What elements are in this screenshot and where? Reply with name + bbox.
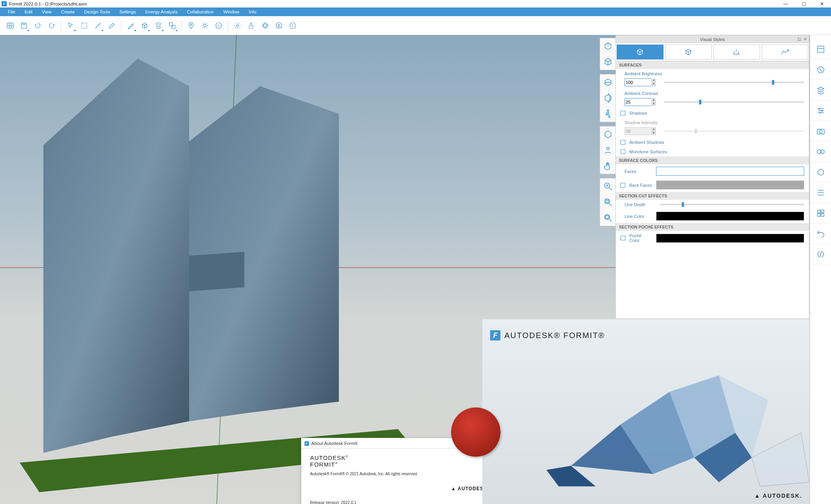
primitive-button[interactable]	[138, 19, 151, 33]
minimize-button[interactable]: —	[777, 0, 795, 7]
hand-button[interactable]	[600, 158, 616, 174]
close-button[interactable]: ✕	[813, 0, 831, 7]
ambient-brightness-slider[interactable]	[664, 82, 804, 83]
groups-button[interactable]	[166, 19, 178, 33]
walk-button[interactable]	[600, 106, 616, 122]
menu-info[interactable]: Info	[244, 8, 261, 15]
settings-button[interactable]	[231, 19, 244, 33]
svg-line-41	[609, 203, 612, 206]
rail-materials-icon[interactable]	[810, 60, 831, 80]
poche-checkbox[interactable]	[621, 236, 625, 240]
info-button[interactable]	[286, 19, 299, 33]
zoom-button[interactable]	[600, 179, 616, 194]
close-panel-icon[interactable]: ✕	[803, 37, 807, 42]
panel-header[interactable]: Visual Styles ⊡ ✕	[616, 35, 809, 43]
rail-scenes-icon[interactable]	[810, 100, 831, 121]
save-button[interactable]	[18, 19, 30, 33]
menu-collaboration[interactable]: Collaboration	[182, 8, 219, 15]
menu-settings[interactable]: Settings	[115, 8, 141, 15]
menu-file[interactable]: File	[3, 8, 20, 15]
undo-button[interactable]	[32, 19, 44, 33]
orbit-button[interactable]	[600, 74, 616, 90]
svg-point-54	[820, 112, 821, 113]
maximize-button[interactable]: ▢	[795, 0, 813, 7]
tab-diagnostics[interactable]	[762, 45, 809, 60]
svg-rect-65	[821, 214, 824, 216]
svg-point-35	[607, 147, 610, 150]
faces-color-swatch[interactable]	[656, 167, 804, 176]
gallery-button[interactable]	[4, 19, 16, 33]
viewport[interactable]: Visual Styles ⊡ ✕ SURFACES Ambient Brigh…	[0, 35, 831, 504]
rail-plugins-icon[interactable]	[810, 244, 831, 264]
menu-design-tools[interactable]: Design Tools	[80, 8, 115, 15]
svg-point-20	[236, 24, 238, 26]
rail-group-tree-icon[interactable]	[810, 162, 831, 182]
view-top-button[interactable]	[600, 38, 616, 54]
tab-edges[interactable]	[665, 45, 712, 60]
measure-button[interactable]	[92, 19, 104, 33]
window-title: FormIt 2022.0.1 - D:/Projects/sdht.axm	[9, 2, 87, 6]
section-surface-colors-header: SURFACE COLORS	[616, 156, 809, 164]
building-model	[43, 59, 339, 453]
monotone-checkbox[interactable]	[621, 149, 625, 154]
menu-view[interactable]: View	[37, 8, 56, 15]
shadows-label: Shadows	[629, 111, 647, 115]
line-color-swatch[interactable]	[656, 212, 804, 221]
ambient-contrast-label: Ambient Contrast	[625, 91, 804, 96]
splash-screen: F AUTODESK® FORMIT® ▲ AUTODESK.	[482, 319, 809, 504]
advanced-button[interactable]	[152, 19, 164, 33]
look-button[interactable]	[600, 142, 616, 158]
touch-button[interactable]	[245, 19, 257, 33]
zoom-all-button[interactable]	[600, 194, 616, 210]
zoom-selection-button[interactable]	[600, 210, 616, 226]
rail-camera-icon[interactable]	[810, 121, 831, 141]
lasso-button[interactable]	[78, 19, 90, 33]
view-tools	[600, 38, 616, 226]
sketch-button[interactable]	[125, 19, 137, 33]
shadows-checkbox[interactable]	[621, 111, 625, 115]
paint-button[interactable]	[106, 19, 118, 33]
line-depth-slider[interactable]	[660, 204, 804, 205]
visual-styles-panel: Visual Styles ⊡ ✕ SURFACES Ambient Brigh…	[615, 35, 809, 319]
sun-button[interactable]	[199, 19, 211, 33]
svg-point-56	[819, 130, 822, 133]
svg-rect-62	[818, 210, 820, 213]
menu-edit[interactable]: Edit	[20, 8, 37, 15]
rail-layers-icon[interactable]	[810, 80, 831, 100]
autodesk-button[interactable]	[273, 19, 285, 33]
menu-create[interactable]: Create	[56, 8, 80, 15]
svg-rect-64	[818, 214, 820, 216]
menu-window[interactable]: Window	[218, 8, 244, 15]
back-faces-checkbox[interactable]	[621, 183, 625, 188]
rail-visual-styles-icon[interactable]	[810, 141, 831, 162]
line-depth-label: Line Depth	[625, 202, 652, 207]
splash-autodesk-logo: ▲ AUTODESK.	[755, 493, 802, 499]
panel-title: Visual Styles	[700, 37, 725, 42]
view-3d-button[interactable]	[600, 54, 616, 70]
rail-undo-manager-icon[interactable]	[810, 223, 831, 244]
ambient-shadows-checkbox[interactable]	[621, 140, 625, 145]
svg-line-14	[203, 23, 203, 24]
pan-button[interactable]	[600, 126, 616, 142]
tab-surfaces[interactable]	[617, 45, 664, 60]
toolbar: 10:1	[0, 16, 831, 35]
ambient-shadows-label: Ambient Shadows	[629, 140, 664, 145]
swivel-button[interactable]	[600, 90, 616, 106]
poche-color-swatch[interactable]	[656, 234, 804, 243]
collaboration-button[interactable]	[259, 19, 271, 33]
location-button[interactable]	[185, 19, 197, 33]
pin-icon[interactable]: ⊡	[798, 37, 801, 42]
rail-content-library-icon[interactable]	[810, 203, 831, 223]
back-faces-color-swatch[interactable]	[656, 180, 804, 190]
svg-marker-71	[547, 466, 596, 486]
about-brand2: FORMIT	[310, 461, 335, 468]
svg-marker-34	[189, 252, 244, 291]
redo-button[interactable]	[45, 19, 58, 33]
tab-environment[interactable]	[713, 45, 760, 60]
rail-levels-icon[interactable]	[810, 182, 831, 203]
ambient-contrast-slider[interactable]	[664, 101, 804, 103]
menu-energy-analysis[interactable]: Energy Analysis	[141, 8, 182, 15]
rail-properties-icon[interactable]	[810, 39, 831, 60]
energy-button[interactable]: 10:1	[212, 19, 225, 33]
select-button[interactable]	[64, 19, 76, 33]
